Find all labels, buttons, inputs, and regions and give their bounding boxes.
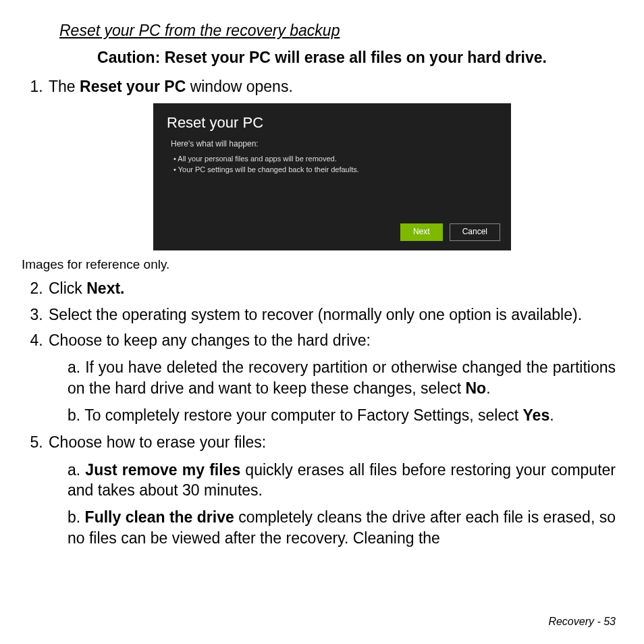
step-3: Select the operating system to recover (… [47,304,616,325]
dialog-intro: Here's what will happen: [171,139,498,150]
step-1-pre: The [49,78,80,95]
step-5: Choose how to erase your files: a. Just … [47,432,616,548]
step-4a-bold: No [465,379,486,397]
step-4a-post: . [486,379,490,397]
step-5a-bold: Just remove my files [85,461,240,479]
next-button[interactable]: Next [400,223,443,241]
dialog-title: Reset your PC [167,113,498,132]
section-heading: Reset your PC from the recovery backup [59,20,616,41]
steps-list: The Reset your PC window opens. Reset yo… [28,76,616,250]
footer-label: Recovery - [548,616,603,627]
step-4a-pre: If you have deleted the recovery partiti… [68,358,616,396]
step-5b: b. Fully clean the drive completely clea… [68,507,616,548]
page-footer: Recovery - 53 [548,616,616,628]
step-4-text: Choose to keep any changes to the hard d… [49,331,371,349]
step-1: The Reset your PC window opens. Reset yo… [47,76,616,250]
steps-list-cont: Click Next. Select the operating system … [28,278,616,548]
caution-text: Caution: Reset your PC will erase all fi… [28,47,616,68]
step-2-bold: Next. [86,279,124,297]
cancel-button[interactable]: Cancel [450,223,500,241]
step-2: Click Next. [47,278,616,298]
dialog-bullet: All your personal files and apps will be… [173,154,498,164]
dialog-bullet: Your PC settings will be changed back to… [173,165,498,175]
footer-page: 53 [603,616,616,627]
step-1-bold: Reset your PC [80,78,186,95]
step-2-pre: Click [49,279,86,297]
step-4a: a. If you have deleted the recovery part… [68,357,616,398]
step-1-post: window opens. [186,78,293,95]
reset-pc-screenshot: Reset your PC Here's what will happen: A… [153,103,511,250]
step-5-text: Choose how to erase your files: [49,433,266,451]
step-4: Choose to keep any changes to the hard d… [47,330,616,425]
step-4b-bold: Yes [523,406,550,424]
step-4b: b. To completely restore your computer t… [68,405,616,425]
step-4b-pre: To completely restore your computer to F… [84,406,522,424]
reference-note: Images for reference only. [22,256,616,273]
step-4b-post: . [549,406,554,424]
step-5b-bold: Fully clean the drive [85,508,234,526]
step-5a: a. Just remove my files quickly erases a… [68,460,616,501]
